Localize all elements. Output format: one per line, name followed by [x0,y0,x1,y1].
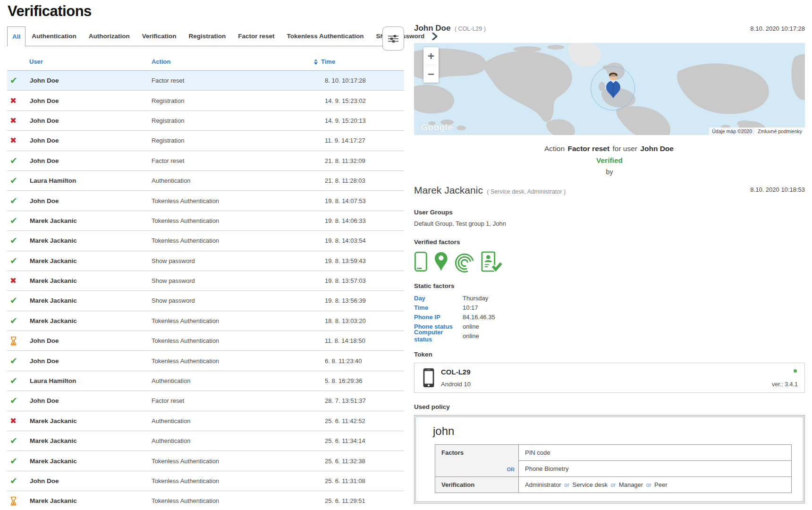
subject-timestamp: 8.10. 2020 10:17:28 [750,25,805,32]
table-row[interactable]: ✔ ✖ John Doe Factor reset 21. 8. 11:32:0… [7,151,404,171]
tab-registration[interactable]: Registration [183,26,232,46]
check-icon: ✔ [10,156,17,165]
table-row[interactable]: ✔ ✖ Marek Jackanic Tokenless Authenticat… [7,231,404,251]
verification-label: Verification [435,477,519,493]
x-icon: ✖ [10,136,17,144]
table-row[interactable]: ✔ ✖ Laura Hamilton Authentication 21. 8.… [7,171,404,191]
table-row[interactable]: ✔ ✖ Marek Jackanic Authentication 25. 6.… [7,411,404,431]
x-icon: ✖ [10,277,17,285]
row-user: John Doe [30,137,152,144]
verifier-roles: ( Service desk, Administrator ) [487,188,566,195]
tab-authorization[interactable]: Authorization [83,26,136,46]
table-row[interactable]: ✔ ✖ John Doe Registration 11. 9. 14:17:2… [7,131,404,151]
table-row[interactable]: ✔ ✖ Laura Hamilton Authentication 5. 8. … [7,371,404,391]
zoom-in-button[interactable]: + [423,47,439,65]
row-time: 25. 6. 11:32:38 [325,458,404,465]
table-row[interactable]: ✔ ✖ Marek Jackanic Show password 19. 8. … [7,271,404,291]
verifier-timestamp: 8.10. 2020 10:18:53 [750,186,805,193]
table-row[interactable]: ✔ ✖ John Doe Tokenless Authentication 19… [7,191,404,211]
row-user: John Doe [30,97,152,104]
row-time: 25. 6. 11:31:08 [325,477,404,484]
token-name: COL-L29 [441,368,471,376]
location-map[interactable]: + − Google Údaje máp ©2020 Zmluvné podmi… [414,43,805,135]
google-logo: Google [421,122,453,133]
table-row[interactable]: ✔ ✖ Marek Jackanic Tokenless Authenticat… [7,311,404,331]
x-icon: ✖ [10,417,17,425]
check-icon: ✔ [10,476,17,485]
row-time: 19. 8. 14:06:33 [325,217,404,224]
policy-factor-1: PIN code [519,445,792,461]
static-factor-value: 84.16.46.35 [463,314,495,321]
terms-link[interactable]: Zmluvné podmienky [755,128,805,135]
static-factor-label: Computer status [414,329,463,343]
table-row[interactable]: ✔ ✖ Marek Jackanic Authentication 25. 6.… [7,431,404,451]
row-action: Show password [152,257,325,264]
table-row[interactable]: ✔ ✖ John Doe Factor reset 28. 7. 13:51:3… [7,391,404,411]
sort-icon [314,59,318,65]
row-time: 19. 8. 13:56:39 [325,297,404,304]
table-row[interactable]: ✔ ✖ John Doe Tokenless Authentication 25… [7,471,404,491]
verifier-header: Marek Jackanic ( Service desk, Administr… [414,185,805,197]
user-location-marker[interactable] [605,71,622,101]
row-user: Marek Jackanic [30,437,152,444]
tab-label: Authentication [32,33,76,40]
tab-all[interactable]: All [7,26,25,46]
row-time: 18. 8. 13:03:20 [325,317,404,324]
row-action: Show password [152,297,325,304]
tab-verification[interactable]: Verification [136,26,183,46]
table-row[interactable]: ✔ ✖ John Doe Tokenless Authentication 11… [7,331,404,351]
check-icon: ✔ [10,376,17,385]
row-time: 6. 8. 11:23:40 [325,357,404,365]
smartphone-icon [423,368,435,388]
table-row[interactable]: ✔ ✖ Marek Jackanic Tokenless Authenticat… [7,211,404,231]
filter-button[interactable] [382,26,404,51]
row-time: 19. 8. 14:07:53 [325,197,404,204]
avatar-pin-icon [605,71,622,99]
tab-label: Factor reset [238,33,274,40]
table-header: User Action Time [7,53,404,71]
table-row[interactable]: ✔ ✖ Marek Jackanic Show password 19. 8. … [7,251,404,271]
table-row[interactable]: ✔ ✖ John Doe Tokenless Authentication 6.… [7,351,404,371]
row-time: 19. 8. 14:03:54 [325,237,404,244]
table-row[interactable]: ✔ ✖ John Doe Factor reset 8. 10. 10:17:2… [7,71,404,91]
column-header-action[interactable]: Action [152,58,314,65]
check-icon: ✔ [10,216,17,225]
row-time: 25. 6. 11:29:51 [325,497,404,504]
tab-factor-reset[interactable]: Factor reset [232,26,280,46]
action-summary: Action Factor reset for user John Doe Ve… [414,144,805,176]
table-row[interactable]: ✔ ✖ Marek Jackanic Show password 19. 8. … [7,291,404,311]
check-icon: ✔ [10,176,17,185]
row-time: 11. 8. 14:18:50 [325,337,404,344]
tab-label: Tokenless Authentication [287,33,364,40]
row-action: Tokenless Authentication [152,458,325,465]
subject-token: ( COL-L29 ) [455,26,486,32]
row-user: Marek Jackanic [30,317,152,324]
table-row[interactable]: ✔ ✖ Marek Jackanic Tokenless Authenticat… [7,451,404,471]
table-row[interactable]: ✔ ✖ John Doe Registration 14. 9. 15:23:0… [7,91,404,110]
zoom-out-button[interactable]: − [423,65,439,83]
token-card[interactable]: COL-L29 Android 10 ver.: 3.4.1 [414,363,805,393]
static-factor-label: Day [414,295,463,302]
check-icon: ✔ [10,316,17,325]
tab-label: Verification [142,33,177,40]
column-header-time[interactable]: Time [314,58,335,65]
table-row[interactable]: ✔ ✖ Marek Jackanic Tokenless Authenticat… [7,491,404,510]
static-factors-label: Static factors [414,282,805,289]
column-header-user[interactable]: User [29,58,152,65]
tab-tokenless-authentication[interactable]: Tokenless Authentication [281,26,370,46]
static-factor-row: Time 10:17 [414,303,805,312]
tab-bar: All Authentication Authorization Verific… [7,26,404,46]
location-pin-icon [434,251,448,272]
row-user: John Doe [30,397,152,404]
row-user: John Doe [30,77,152,84]
table-row[interactable]: ✔ ✖ John Doe Registration 14. 9. 15:20:1… [7,111,404,131]
used-policy-label: Used policy [414,403,805,410]
static-factors-list: Day Thursday Time 10:17 Phone IP 84.16.4… [414,293,805,340]
filter-sliders-icon [388,34,398,43]
tab-authentication[interactable]: Authentication [25,26,83,46]
detail-panel: John Doe ( COL-L29 ) 8.10. 2020 10:17:28 [414,0,805,503]
static-factor-label: Phone IP [414,314,463,321]
row-user: John Doe [30,337,152,344]
action-user: John Doe [640,144,674,153]
row-action: Tokenless Authentication [152,317,325,324]
